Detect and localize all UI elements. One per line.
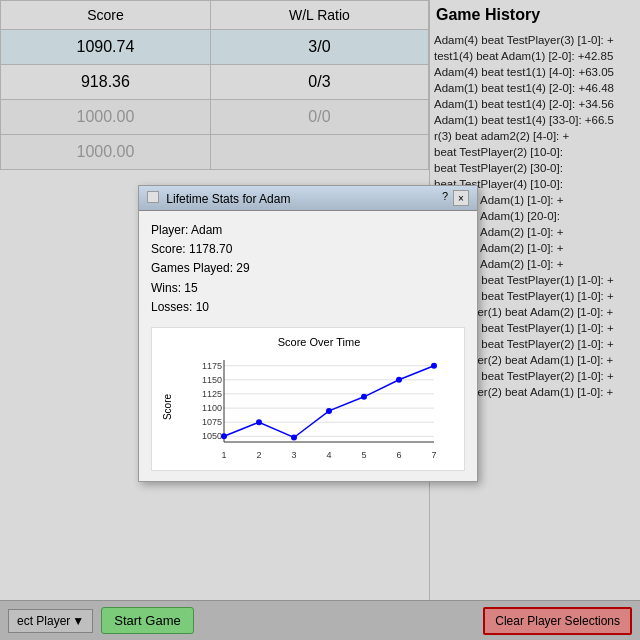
- modal-content: Player: Adam Score: 1178.70 Games Played…: [139, 211, 477, 481]
- chart-title: Score Over Time: [182, 336, 456, 348]
- modal-title-area: Lifetime Stats for Adam: [147, 191, 290, 206]
- x-tick-label: 6: [396, 450, 401, 460]
- data-line: [224, 366, 434, 438]
- modal-window-icon: [147, 191, 159, 203]
- modal-question-label[interactable]: ?: [439, 190, 451, 206]
- modal-title-text: Lifetime Stats for Adam: [166, 192, 290, 206]
- player-losses: Losses: 10: [151, 298, 465, 317]
- score-chart-container: Score Over Time Score 105010751100112511…: [151, 327, 465, 471]
- chart-y-label: Score: [162, 394, 173, 420]
- y-tick-label: 1125: [202, 389, 222, 399]
- modal-close-button[interactable]: ×: [453, 190, 469, 206]
- x-tick-label: 3: [291, 450, 296, 460]
- chart-area: Score 1050107511001125115011751234567: [182, 352, 456, 462]
- data-point: [396, 377, 402, 383]
- x-tick-label: 1: [221, 450, 226, 460]
- x-tick-label: 4: [326, 450, 331, 460]
- player-games: Games Played: 29: [151, 259, 465, 278]
- player-score: Score: 1178.70: [151, 240, 465, 259]
- modal-titlebar: Lifetime Stats for Adam ? ×: [139, 186, 477, 211]
- x-tick-label: 2: [256, 450, 261, 460]
- modal-stats: Player: Adam Score: 1178.70 Games Played…: [151, 221, 465, 317]
- lifetime-stats-modal: Lifetime Stats for Adam ? × Player: Adam…: [138, 185, 478, 482]
- data-point: [431, 363, 437, 369]
- data-point: [221, 433, 227, 439]
- data-point: [291, 434, 297, 440]
- y-tick-label: 1150: [202, 375, 222, 385]
- y-tick-label: 1175: [202, 361, 222, 371]
- x-tick-label: 5: [361, 450, 366, 460]
- y-tick-label: 1100: [202, 403, 222, 413]
- chart-svg: 1050107511001125115011751234567: [182, 352, 456, 462]
- x-tick-label: 7: [431, 450, 436, 460]
- player-name: Player: Adam: [151, 221, 465, 240]
- y-tick-label: 1075: [202, 417, 222, 427]
- data-point: [326, 408, 332, 414]
- player-wins: Wins: 15: [151, 279, 465, 298]
- data-point: [256, 419, 262, 425]
- y-tick-label: 1050: [202, 431, 222, 441]
- data-point: [361, 394, 367, 400]
